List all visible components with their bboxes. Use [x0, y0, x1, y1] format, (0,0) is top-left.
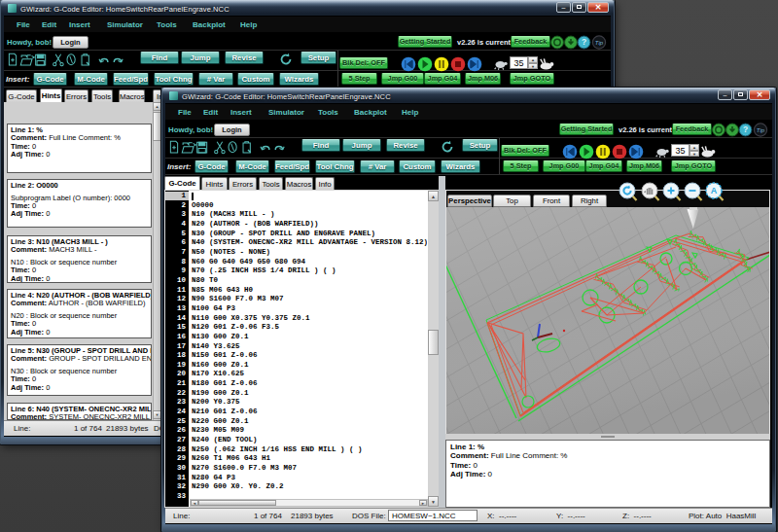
svg-text:?: ?	[582, 37, 586, 47]
svg-text:Tip: Tip	[757, 127, 765, 133]
svg-text:A: A	[711, 186, 718, 195]
svg-text:?: ?	[743, 124, 748, 134]
svg-text:Tip: Tip	[595, 40, 604, 46]
